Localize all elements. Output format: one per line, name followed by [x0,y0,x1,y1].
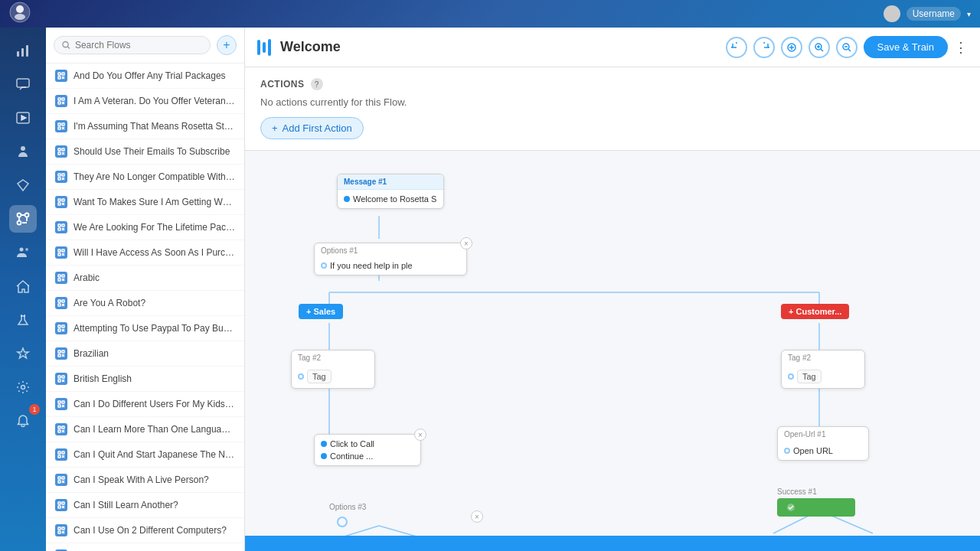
search-input[interactable] [75,40,202,51]
topbar: Username ▾ [0,0,980,28]
search-input-wrap[interactable] [54,36,211,54]
nav-icon-analytics[interactable] [9,37,37,64]
sidebar-item[interactable]: We Are Looking For The Lifetime Package [46,215,244,240]
open-url-label: Open-Url #1 [778,427,868,442]
sidebar-item-icon-13 [55,398,67,410]
options-1-close[interactable]: × [460,237,472,249]
sidebar-item[interactable]: Can I Still Learn Another? [46,493,244,518]
svg-rect-22 [58,77,60,79]
sidebar-item[interactable]: Can I Do Different Users For My Kids?? [46,392,244,417]
nav-icon-favorites[interactable] [9,340,37,367]
sidebar-item-icon-9 [55,297,67,309]
nav-icon-flows[interactable] [9,205,37,233]
svg-point-17 [21,386,25,390]
sidebar-item[interactable]: Should Use Their Emails To Subscribe [46,139,244,165]
svg-rect-46 [62,199,64,201]
sidebar-item-icon-16 [55,474,67,486]
svg-rect-45 [58,199,60,201]
svg-rect-70 [58,325,60,328]
username-display[interactable]: Username [906,7,961,21]
svg-point-14 [20,248,24,252]
sidebar-item[interactable]: Can I Learn More Than One Language At A … [46,417,244,442]
actions-header: ACTIONS ? [260,78,965,90]
node-dot [784,448,790,454]
header-bars-icon [257,39,271,56]
sidebar-item-text: Are You A Robot? [74,298,235,308]
actions-help-icon[interactable]: ? [311,78,323,90]
svg-rect-95 [58,452,60,454]
svg-point-12 [25,214,29,217]
sales-button[interactable]: + Sales [299,304,343,319]
nav-icon-diamond[interactable] [9,171,37,199]
nav-icon-media[interactable] [9,104,37,132]
tag-input-left[interactable]: Tag [307,370,332,383]
save-train-button[interactable]: Save & Train [864,36,948,58]
message-1-node[interactable]: Message #1 Welcome to Rosetta S [337,174,444,209]
nav-icon-settings[interactable] [9,373,37,401]
success-1-node[interactable] [777,498,855,517]
sidebar-item[interactable]: I'm Assuming That Means Rosetta Stone Ca… [46,114,244,139]
sidebar-item[interactable]: British English [46,367,244,392]
svg-rect-56 [62,249,64,252]
open-url-node[interactable]: Open-Url #1 Open URL [777,426,869,461]
sidebar-item[interactable]: Can I Use Rosetta Stone On My Macbook Pr… [46,543,244,551]
nav-icon-lab[interactable] [9,306,37,334]
sidebar-item[interactable]: And Do You Offer Any Trial Packages [46,64,244,89]
sidebar-item[interactable]: I Am A Veteran. Do You Offer Veterans Di… [46,89,244,114]
svg-rect-96 [62,452,64,454]
topbar-right: Username ▾ [884,5,971,22]
sidebar-item[interactable]: They Are No Longer Compatible With Our M… [46,165,244,190]
redo-button[interactable] [753,37,775,58]
sidebar-item[interactable]: Attempting To Use Paypal To Pay But, No … [46,316,244,341]
svg-rect-5 [26,45,28,57]
svg-point-13 [18,221,21,225]
tag-2-right-node[interactable]: Tag #2 Tag [781,350,865,389]
svg-rect-25 [58,98,60,100]
click-to-call-close[interactable]: × [414,429,426,441]
zoom-in-button[interactable] [808,37,830,58]
svg-rect-31 [62,123,64,126]
topbar-chevron-icon[interactable]: ▾ [967,10,971,18]
svg-rect-6 [17,79,29,87]
sidebar-item[interactable]: Can I Quit And Start Japanese The Next D… [46,442,244,468]
click-to-call-node[interactable]: Click to Call Continue ... × [314,434,421,466]
options-1-node[interactable]: Options #1 If you need help in ple × [314,243,467,276]
undo-button[interactable] [726,37,747,58]
svg-rect-81 [62,376,64,378]
add-first-action-button[interactable]: + Add First Action [260,117,364,139]
tag-2-left-node[interactable]: Tag #2 Tag [291,350,375,389]
nav-icon-chat[interactable] [9,70,37,98]
sidebar-item[interactable]: Will I Have Access As Soon As I Purchase… [46,240,244,266]
sidebar-item[interactable]: Can I Speak With A Live Person? [46,468,244,493]
flow-canvas[interactable]: Message #1 Welcome to Rosetta S Options … [245,151,980,551]
sidebar-item[interactable]: Can I Use On 2 Different Computers? [46,518,244,543]
add-flow-button[interactable]: + [217,35,237,55]
sidebar-item-text: Brazilian [74,348,235,359]
svg-marker-10 [18,180,28,191]
bar1 [257,40,260,55]
svg-rect-57 [58,253,60,256]
nav-icon-audience[interactable] [9,138,37,165]
options-3-label: Options #3 [329,503,366,511]
sidebar-item-icon-6 [55,221,67,233]
options-3-close[interactable]: × [471,510,483,523]
svg-rect-100 [58,477,60,479]
zoom-fit-button[interactable] [781,37,802,58]
node-dot [321,441,327,447]
sidebar-item-icon-8 [55,272,67,284]
sidebar-item[interactable]: Arabic [46,266,244,291]
tag-input-right[interactable]: Tag [797,370,822,383]
sidebar-item[interactable]: Brazilian [46,341,244,367]
sidebar-item[interactable]: Are You A Robot? [46,291,244,316]
zoom-out-button[interactable] [836,37,858,58]
svg-rect-86 [62,401,64,403]
nav-icon-users[interactable] [9,239,37,266]
more-options-button[interactable]: ⋮ [954,39,968,56]
user-avatar[interactable] [884,5,900,22]
svg-rect-76 [62,350,64,353]
nav-icon-home[interactable] [9,272,37,300]
customer-button[interactable]: + Customer... [781,304,849,319]
nav-icon-alerts[interactable] [9,407,37,435]
topbar-logo-area [9,2,31,26]
sidebar-item[interactable]: Want To Makes Sure I Am Getting What I T… [46,190,244,215]
